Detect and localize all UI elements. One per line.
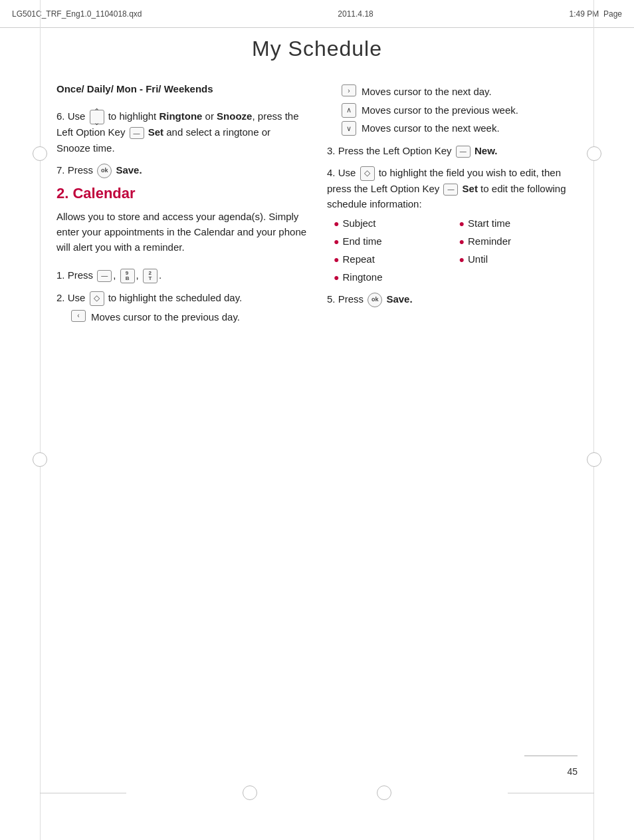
page-number: 45 [567,766,578,777]
item-5: 5. Press ok Save. [327,291,578,307]
right-column: › Moves cursor to the next day. ∧ Moves … [327,81,578,331]
item-7: 7. Press ok Save. [56,162,307,178]
next-week-icon: ∨ [342,121,356,136]
page-title: My Schedule [56,37,578,61]
sub-item-next-day: › Moves cursor to the next day. [340,84,578,100]
prev-week-icon: ∧ [342,103,356,118]
two-col-layout: Once/ Daily/ Mon - Fri/ Weekends 6. Use … [56,81,578,331]
reg-mark-left-top [33,146,47,161]
bullet-ringtone: ● Ringtone [334,269,453,285]
main-content: My Schedule Once/ Daily/ Mon - Fri/ Week… [56,37,578,780]
option-key-icon-3: — [456,146,471,158]
item-4: 4. Use ◇ to highlight the field you wish… [327,165,578,285]
ok-icon-5: ok [368,293,382,307]
reg-mark-right-top [587,146,601,161]
header-center: 2011.4.18 [338,9,373,19]
border-right [593,0,594,840]
next-day-icon: › [342,84,356,96]
item-2: 2. Use ◇ to highlight the scheduled day.… [56,290,307,325]
header-bar: LG501C_TRF_Eng1.0_1104018.qxd 2011.4.18 … [0,0,634,28]
header-right: 1:49 PM Page [570,9,622,19]
item-3: 3. Press the Left Option Key — New. [327,143,578,158]
item-6: 6. Use ⌃⌄ to highlight Ringtone or Snooz… [56,108,307,156]
dash-icon-1: — [97,270,112,282]
num2-icon: 2T [143,269,158,283]
bullet-reminder: ● Reminder [459,233,578,249]
bullet-repeat: ● Repeat [334,251,453,267]
header-left: LG501C_TRF_Eng1.0_1104018.qxd [12,9,142,19]
bullet-subject: ● Subject [334,215,453,231]
nav-icon-2: ◇ [90,291,104,306]
calendar-section: 2. Calendar Allows you to store and acce… [56,185,307,255]
bottom-mark-right [377,785,391,800]
nav-icon-6: ⌃⌄ [90,110,104,124]
section-heading-block: Once/ Daily/ Mon - Fri/ Weekends [56,81,307,96]
prev-day-icon: ‹ [71,310,86,322]
sub-item-next-week: ∨ Moves cursor to the next week. [340,121,578,136]
border-left [40,0,41,840]
bullet-end-time: ● End time [334,233,453,249]
reg-mark-left-mid [33,452,47,467]
reg-mark-right-mid [587,452,601,467]
option-key-icon-4: — [443,184,458,196]
ok-icon-7: ok [97,164,112,178]
page-divider [524,756,578,756]
bullet-until: ● Until [459,251,578,267]
bottom-line-left [40,793,126,793]
schedule-bullets: ● Subject ● Start time ● End time ● Remi… [334,215,578,285]
bottom-line-right [508,793,594,793]
num9-icon: 9B [120,269,135,283]
section-heading: Once/ Daily/ Mon - Fri/ Weekends [56,81,307,96]
calendar-heading: 2. Calendar [56,185,307,202]
bottom-mark-left [243,785,257,800]
nav-icon-4: ◇ [360,166,375,181]
item-1: 1. Press —, 9B, 2T. [56,267,307,283]
sub-item-prev-week: ∧ Moves cursor to the previous week. [340,103,578,118]
calendar-description: Allows you to store and access your agen… [56,209,307,255]
bullet-start-time: ● Start time [459,215,578,231]
sub-item-prev-day: ‹ Moves cursor to the previous day. [70,310,307,325]
bottom-marks [243,785,391,800]
option-key-icon-6: — [130,127,144,139]
left-column: Once/ Daily/ Mon - Fri/ Weekends 6. Use … [56,81,307,331]
